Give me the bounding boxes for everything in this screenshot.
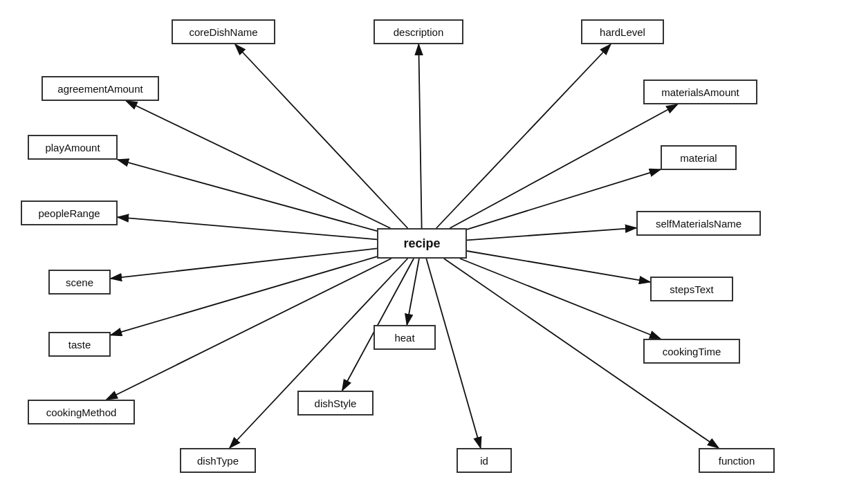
node-taste: taste — [48, 332, 111, 357]
svg-line-2 — [418, 44, 421, 228]
svg-line-6 — [450, 104, 677, 228]
node-material: material — [661, 145, 737, 170]
node-peopleRange: peopleRange — [21, 200, 118, 225]
node-hardLevel: hardLevel — [581, 19, 664, 44]
svg-line-18 — [426, 259, 481, 448]
node-playAmount: playAmount — [28, 135, 118, 160]
svg-line-1 — [235, 44, 407, 228]
node-dishType: dishType — [180, 448, 256, 473]
svg-line-11 — [467, 251, 650, 282]
svg-line-10 — [111, 248, 377, 279]
svg-line-12 — [111, 256, 377, 335]
node-selfMaterialsName: selfMaterialsName — [636, 211, 761, 236]
node-stepsText: stepsText — [650, 277, 733, 301]
node-id: id — [457, 448, 512, 473]
svg-line-4 — [126, 101, 390, 228]
svg-line-9 — [467, 228, 636, 241]
node-cookingMethod: cookingMethod — [28, 400, 135, 424]
node-coreDishName: coreDishName — [172, 19, 275, 44]
node-description: description — [374, 19, 463, 44]
node-recipe: recipe — [377, 228, 467, 259]
node-scene: scene — [48, 270, 111, 295]
node-agreementAmount: agreementAmount — [42, 76, 159, 101]
node-cookingTime: cookingTime — [643, 339, 740, 364]
svg-line-17 — [230, 259, 407, 448]
svg-line-7 — [467, 169, 661, 230]
node-dishStyle: dishStyle — [297, 391, 374, 416]
svg-line-13 — [460, 259, 661, 339]
node-function: function — [699, 448, 775, 473]
node-materialsAmount: materialsAmount — [643, 80, 757, 104]
svg-line-3 — [436, 44, 611, 228]
node-heat: heat — [374, 325, 436, 350]
